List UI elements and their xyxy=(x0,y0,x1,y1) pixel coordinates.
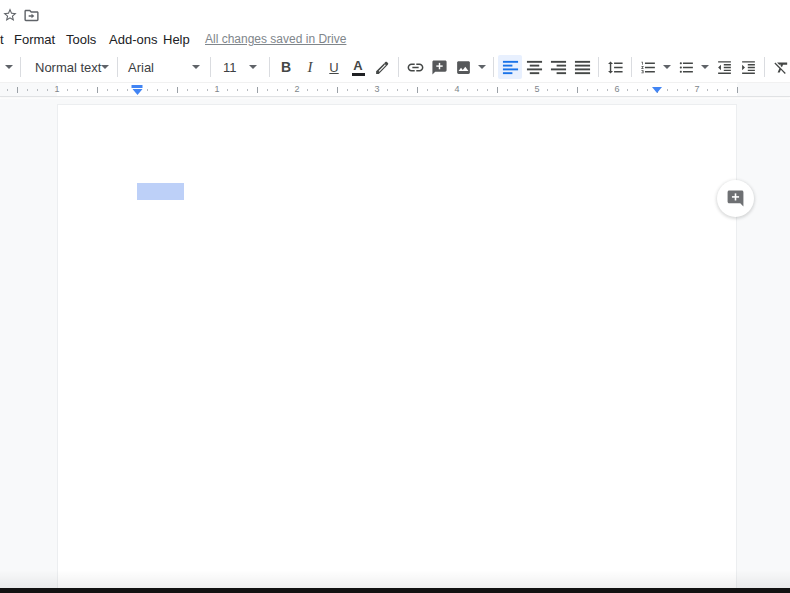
screen-bottom-edge xyxy=(0,588,790,593)
font-size-dropdown[interactable]: 11 xyxy=(215,55,265,79)
ruler-number: 6 xyxy=(614,84,619,95)
menu-bar: t Format Tools Add-ons Help All changes … xyxy=(0,28,790,52)
text-color-button[interactable]: A xyxy=(346,55,370,79)
menu-item-help[interactable]: Help xyxy=(163,28,190,52)
add-comment-icon xyxy=(431,59,448,76)
toolbar-separator xyxy=(117,57,118,77)
clear-formatting-icon xyxy=(773,59,790,76)
title-row xyxy=(0,0,790,28)
right-indent-handle[interactable] xyxy=(652,87,662,93)
bold-button[interactable]: B xyxy=(274,55,298,79)
ruler-number: 7 xyxy=(694,84,699,95)
toolbar: Normal text Arial 11 B I U A xyxy=(0,52,790,83)
toolbar-separator xyxy=(398,57,399,77)
clear-formatting-button[interactable] xyxy=(769,55,790,79)
menu-item-tools[interactable]: Tools xyxy=(66,28,96,52)
increase-indent-icon xyxy=(740,59,757,76)
styles-selected-label: Normal text xyxy=(35,60,101,75)
chevron-down-icon xyxy=(249,65,257,69)
left-indent-handle[interactable] xyxy=(132,89,142,95)
toolbar-separator xyxy=(269,57,270,77)
numbered-list-button[interactable] xyxy=(636,55,660,79)
highlighter-icon xyxy=(374,59,391,76)
first-line-indent-handle[interactable] xyxy=(132,85,143,88)
chevron-down-icon xyxy=(478,65,486,69)
styles-dropdown[interactable]: Normal text xyxy=(25,55,113,79)
italic-icon: I xyxy=(308,59,313,76)
justify-icon xyxy=(574,59,591,76)
text-selection-highlight xyxy=(137,183,184,200)
insert-comment-button[interactable] xyxy=(427,55,451,79)
ruler-number: 1 xyxy=(214,84,219,95)
numbered-list-dropdown[interactable] xyxy=(660,55,674,79)
underline-button[interactable]: U xyxy=(322,55,346,79)
toolbar-separator xyxy=(631,57,632,77)
document-canvas xyxy=(0,99,790,593)
menu-item-addons[interactable]: Add-ons xyxy=(109,28,157,52)
align-right-icon xyxy=(550,59,567,76)
decrease-indent-icon xyxy=(716,59,733,76)
bulleted-list-dropdown[interactable] xyxy=(698,55,712,79)
document-page[interactable] xyxy=(57,104,737,593)
font-size-value: 11 xyxy=(223,60,237,75)
menu-item-format[interactable]: Format xyxy=(14,28,55,52)
add-comment-floating-button[interactable] xyxy=(717,180,754,217)
toolbar-separator xyxy=(493,57,494,77)
toolbar-separator xyxy=(210,57,211,77)
bulleted-list-button[interactable] xyxy=(674,55,698,79)
insert-link-button[interactable] xyxy=(403,55,427,79)
align-center-button[interactable] xyxy=(522,55,546,79)
right-indent-marker[interactable] xyxy=(652,87,662,93)
menu-item-insert-cropped[interactable]: t xyxy=(0,28,4,52)
underline-icon: U xyxy=(329,60,338,75)
more-toolbar-dropdown[interactable] xyxy=(2,55,16,79)
add-comment-icon xyxy=(726,189,745,208)
chevron-down-icon xyxy=(5,65,13,69)
insert-image-button[interactable] xyxy=(451,55,475,79)
font-dropdown[interactable]: Arial xyxy=(122,55,206,79)
ruler-number: 5 xyxy=(534,84,539,95)
bulleted-list-icon xyxy=(678,59,695,76)
toolbar-separator xyxy=(764,57,765,77)
toolbar-separator xyxy=(598,57,599,77)
ruler-number: 3 xyxy=(374,84,379,95)
line-spacing-button[interactable] xyxy=(603,55,627,79)
chevron-down-icon xyxy=(701,65,709,69)
justify-button[interactable] xyxy=(570,55,594,79)
horizontal-ruler: 1 1 2 3 4 5 6 7 xyxy=(0,83,790,97)
save-status-link[interactable]: All changes saved in Drive xyxy=(205,28,346,52)
numbered-list-icon xyxy=(640,59,657,76)
star-outline-icon[interactable] xyxy=(1,7,19,23)
decrease-indent-button[interactable] xyxy=(712,55,736,79)
chevron-down-icon xyxy=(192,65,200,69)
ruler-number: 2 xyxy=(294,84,299,95)
highlight-color-button[interactable] xyxy=(370,55,394,79)
align-right-button[interactable] xyxy=(546,55,570,79)
left-indent-marker[interactable] xyxy=(132,85,143,95)
font-selected-label: Arial xyxy=(128,60,154,75)
text-color-icon: A xyxy=(352,59,365,76)
folder-move-icon[interactable] xyxy=(22,7,40,23)
line-spacing-icon xyxy=(607,59,624,76)
chevron-down-icon xyxy=(101,65,109,69)
align-left-icon xyxy=(502,59,519,76)
increase-indent-button[interactable] xyxy=(736,55,760,79)
ruler-number: 1 xyxy=(54,84,59,95)
toolbar-separator xyxy=(20,57,21,77)
italic-button[interactable]: I xyxy=(298,55,322,79)
ruler-number: 4 xyxy=(454,84,459,95)
image-icon xyxy=(455,59,472,76)
align-center-icon xyxy=(526,59,543,76)
insert-image-dropdown[interactable] xyxy=(475,55,489,79)
link-icon xyxy=(406,58,425,77)
bold-icon: B xyxy=(281,59,291,75)
align-left-button[interactable] xyxy=(498,55,522,79)
chevron-down-icon xyxy=(663,65,671,69)
